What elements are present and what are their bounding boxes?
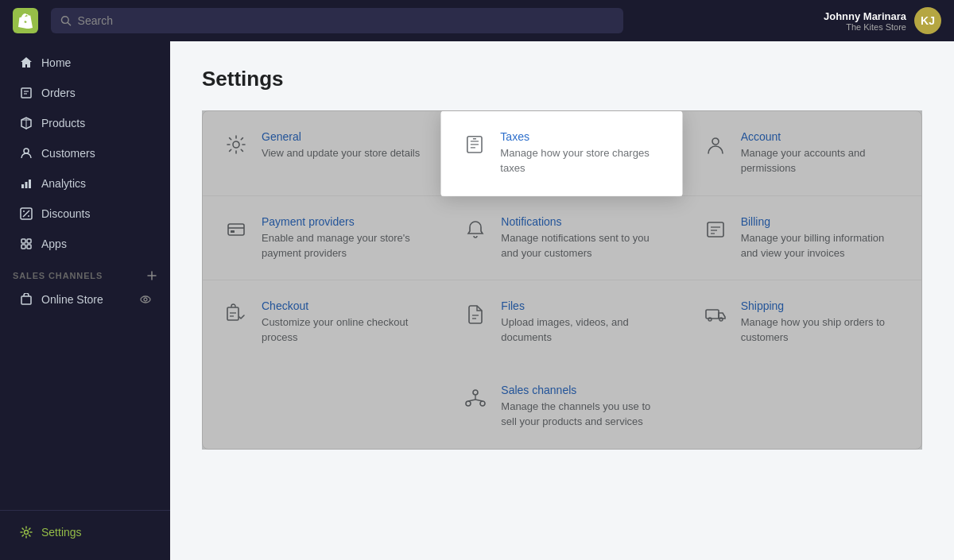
svg-line-51 bbox=[468, 400, 475, 401]
svg-rect-34 bbox=[231, 230, 235, 233]
user-store: The Kites Store bbox=[824, 22, 906, 32]
account-text: Account Manage your accounts and permiss… bbox=[741, 130, 902, 176]
billing-desc: Manage your billing information and view… bbox=[741, 231, 902, 261]
settings-item-notifications[interactable]: Notifications Manage notifications sent … bbox=[442, 196, 681, 281]
top-navigation: Johnny Marinara The Kites Store KJ bbox=[0, 0, 954, 41]
home-icon bbox=[19, 56, 33, 70]
shopify-icon bbox=[13, 8, 38, 33]
billing-title: Billing bbox=[741, 215, 902, 228]
checkout-icon bbox=[222, 299, 250, 328]
settings-card: General View and update your store detai… bbox=[202, 110, 922, 450]
taxes-title: Taxes bbox=[501, 130, 664, 143]
svg-point-22 bbox=[141, 296, 150, 303]
svg-rect-32 bbox=[228, 224, 244, 235]
svg-point-13 bbox=[23, 210, 25, 212]
sidebar: Home Orders Products bbox=[0, 41, 170, 560]
general-desc: View and update your store details bbox=[262, 146, 423, 161]
svg-point-46 bbox=[719, 318, 723, 321]
svg-point-14 bbox=[28, 215, 29, 217]
checkout-desc: Customize your online checkout process bbox=[262, 315, 423, 346]
checkout-text: Checkout Customize your online checkout … bbox=[262, 299, 423, 346]
sales-channels-section: SALES CHANNELS bbox=[0, 259, 170, 284]
user-info: Johnny Marinara The Kites Store bbox=[824, 10, 906, 32]
svg-rect-15 bbox=[21, 239, 25, 243]
sidebar-item-customers[interactable]: Customers bbox=[6, 139, 164, 168]
sidebar-label-orders: Orders bbox=[41, 87, 76, 99]
settings-icon bbox=[19, 525, 33, 539]
account-icon bbox=[701, 130, 730, 159]
svg-rect-9 bbox=[25, 182, 28, 188]
sidebar-item-apps[interactable]: Apps bbox=[6, 230, 164, 258]
sidebar-item-orders[interactable]: Orders bbox=[6, 79, 164, 107]
sidebar-label-apps: Apps bbox=[41, 238, 67, 250]
svg-point-48 bbox=[466, 401, 471, 406]
products-icon bbox=[19, 116, 33, 130]
settings-item-files[interactable]: Files Upload images, videos, and documen… bbox=[442, 280, 681, 365]
settings-item-shipping[interactable]: Shipping Manage how you ship orders to c… bbox=[682, 280, 921, 365]
main-content: Settings Gen bbox=[170, 41, 954, 560]
notifications-text: Notifications Manage notifications sent … bbox=[501, 215, 662, 261]
bell-icon bbox=[461, 215, 490, 244]
files-text: Files Upload images, videos, and documen… bbox=[501, 299, 662, 346]
general-text: General View and update your store detai… bbox=[262, 130, 423, 161]
shopify-logo[interactable] bbox=[13, 8, 38, 33]
files-icon bbox=[461, 299, 490, 328]
add-sales-channel-icon[interactable] bbox=[146, 270, 157, 281]
sidebar-item-discounts[interactable]: Discounts bbox=[6, 199, 164, 228]
user-name: Johnny Marinara bbox=[824, 10, 906, 22]
checkout-title: Checkout bbox=[262, 299, 423, 312]
account-desc: Manage your accounts and permissions bbox=[741, 146, 902, 176]
user-menu[interactable]: Johnny Marinara The Kites Store KJ bbox=[824, 7, 941, 34]
svg-point-49 bbox=[480, 401, 485, 406]
sidebar-item-online-store[interactable]: Online Store bbox=[6, 285, 164, 314]
settings-item-payment[interactable]: Payment providers Enable and manage your… bbox=[203, 196, 442, 281]
sales-channels-icon bbox=[461, 384, 490, 412]
svg-rect-17 bbox=[21, 245, 25, 249]
settings-item-account[interactable]: Account Manage your accounts and permiss… bbox=[682, 111, 921, 196]
shipping-title: Shipping bbox=[741, 299, 902, 312]
taxes-text: Taxes Manage how your store charges taxe… bbox=[501, 130, 664, 176]
sidebar-item-home[interactable]: Home bbox=[6, 48, 164, 77]
files-title: Files bbox=[501, 299, 662, 312]
avatar[interactable]: KJ bbox=[914, 7, 941, 34]
shipping-text: Shipping Manage how you ship orders to c… bbox=[741, 299, 902, 346]
settings-item-sales-channels[interactable]: Sales channels Manage the channels you u… bbox=[442, 365, 681, 449]
sidebar-item-settings[interactable]: Settings bbox=[6, 518, 164, 546]
svg-point-25 bbox=[233, 141, 239, 148]
sales-channels-text: Sales channels Manage the channels you u… bbox=[501, 384, 662, 430]
settings-wrapper: General View and update your store detai… bbox=[202, 110, 922, 450]
account-title: Account bbox=[741, 130, 902, 143]
search-bar[interactable] bbox=[51, 8, 623, 33]
svg-point-23 bbox=[144, 298, 147, 301]
svg-rect-2 bbox=[21, 88, 31, 98]
search-icon bbox=[60, 15, 72, 26]
svg-line-52 bbox=[475, 400, 483, 401]
billing-icon bbox=[701, 215, 730, 244]
settings-item-general[interactable]: General View and update your store detai… bbox=[203, 111, 442, 196]
svg-rect-44 bbox=[706, 310, 719, 319]
svg-point-7 bbox=[24, 149, 29, 153]
svg-point-31 bbox=[712, 138, 719, 145]
shipping-icon bbox=[701, 299, 730, 328]
orders-icon bbox=[19, 86, 33, 100]
sidebar-label-discounts: Discounts bbox=[41, 207, 90, 220]
online-store-eye-icon[interactable] bbox=[140, 295, 151, 303]
settings-item-billing[interactable]: Billing Manage your billing information … bbox=[682, 196, 921, 281]
sidebar-item-analytics[interactable]: Analytics bbox=[6, 169, 164, 198]
svg-rect-21 bbox=[21, 296, 31, 304]
svg-rect-16 bbox=[27, 239, 31, 243]
sidebar-label-settings: Settings bbox=[41, 526, 82, 539]
settings-item-checkout[interactable]: Checkout Customize your online checkout … bbox=[203, 280, 442, 365]
gear-icon bbox=[222, 130, 250, 159]
settings-item-taxes[interactable]: Taxes Manage how your store charges taxe… bbox=[441, 110, 683, 196]
discounts-icon bbox=[19, 207, 33, 221]
online-store-icon bbox=[19, 292, 33, 307]
svg-rect-35 bbox=[708, 222, 723, 237]
payment-text: Payment providers Enable and manage your… bbox=[262, 215, 423, 261]
svg-line-1 bbox=[68, 22, 70, 25]
files-desc: Upload images, videos, and documents bbox=[501, 315, 662, 346]
sidebar-item-products[interactable]: Products bbox=[6, 109, 164, 137]
sidebar-label-home: Home bbox=[41, 56, 71, 69]
svg-point-45 bbox=[708, 318, 712, 321]
search-input[interactable] bbox=[78, 14, 614, 27]
